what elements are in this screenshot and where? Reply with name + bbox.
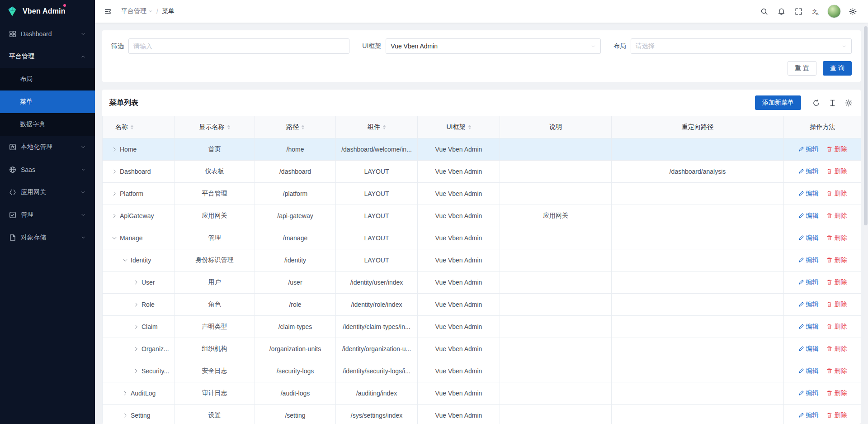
table-row[interactable]: Security... 安全日志 /security-logs /identit…: [103, 360, 861, 382]
sidebar-item-gateway[interactable]: 应用网关: [0, 181, 95, 204]
delete-button[interactable]: 删除: [826, 411, 847, 419]
table-row[interactable]: Platform 平台管理 /platform LAYOUT Vue Vben …: [103, 183, 861, 205]
edit-button[interactable]: 编辑: [798, 411, 819, 419]
edit-button[interactable]: 编辑: [798, 389, 819, 397]
edit-button[interactable]: 编辑: [798, 234, 819, 242]
sort-desc-icon[interactable]: [302, 128, 304, 129]
breadcrumb-item-platform[interactable]: 平台管理: [121, 7, 153, 15]
table-row[interactable]: Setting 设置 /setting /sys/settings/index …: [103, 405, 861, 424]
sort-desc-icon[interactable]: [131, 128, 133, 129]
expand-icon[interactable]: [123, 257, 128, 263]
delete-button[interactable]: 删除: [826, 234, 847, 242]
reset-button[interactable]: 重 置: [788, 61, 816, 76]
sort-icons[interactable]: [227, 125, 230, 129]
expand-icon[interactable]: [112, 235, 117, 241]
sort-asc-icon[interactable]: [131, 125, 133, 127]
delete-button[interactable]: 删除: [826, 278, 847, 286]
edit-button[interactable]: 编辑: [798, 300, 819, 309]
table-row[interactable]: Organiz... 组织机构 /organization-units /ide…: [103, 338, 861, 360]
table-row[interactable]: User 用户 /user /identity/user/index Vue V…: [103, 272, 861, 294]
sort-desc-icon[interactable]: [468, 128, 471, 129]
sidebar-collapse-button[interactable]: [100, 4, 115, 19]
expand-icon[interactable]: [112, 213, 117, 219]
sort-icons[interactable]: [468, 125, 471, 129]
sidebar-subitem[interactable]: 数据字典: [0, 113, 95, 136]
sort-icons[interactable]: [302, 125, 304, 129]
edit-button[interactable]: 编辑: [798, 278, 819, 286]
fullscreen-icon[interactable]: [791, 4, 806, 19]
expand-icon[interactable]: [133, 302, 139, 307]
edit-button[interactable]: 编辑: [798, 345, 819, 353]
column-header[interactable]: 名称: [103, 116, 175, 138]
sort-asc-icon[interactable]: [468, 125, 471, 127]
table-row[interactable]: Manage 管理 /manage LAYOUT Vue Vben Admin …: [103, 227, 861, 249]
sidebar-item-platform[interactable]: 平台管理: [0, 45, 95, 68]
expand-icon[interactable]: [123, 413, 128, 418]
column-header[interactable]: 路径: [255, 116, 336, 138]
sidebar-item-manage[interactable]: 管理: [0, 204, 95, 226]
table-row[interactable]: Home 首页 /home /dashboard/welcome/in... V…: [103, 138, 861, 161]
table-row[interactable]: Claim 声明类型 /claim-types /identity/claim-…: [103, 316, 861, 338]
expand-icon[interactable]: [133, 280, 139, 285]
expand-icon[interactable]: [133, 368, 139, 374]
edit-button[interactable]: 编辑: [798, 256, 819, 264]
search-icon[interactable]: [757, 4, 771, 19]
delete-button[interactable]: 删除: [826, 323, 847, 331]
delete-button[interactable]: 删除: [826, 389, 847, 397]
translate-icon[interactable]: 文A: [808, 4, 823, 19]
refresh-icon[interactable]: [811, 98, 821, 108]
notification-icon[interactable]: [774, 4, 788, 19]
column-header[interactable]: 操作方法: [784, 116, 861, 138]
column-header[interactable]: 说明: [500, 116, 612, 138]
user-avatar[interactable]: [827, 5, 841, 18]
table-row[interactable]: ApiGateway 应用网关 /api-gateway LAYOUT Vue …: [103, 205, 861, 227]
column-header[interactable]: 重定向路径: [612, 116, 784, 138]
edit-button[interactable]: 编辑: [798, 190, 819, 198]
expand-icon[interactable]: [112, 191, 117, 196]
settings-gear-icon[interactable]: [845, 4, 860, 19]
table-row[interactable]: AuditLog 审计日志 /audit-logs /auditing/inde…: [103, 382, 861, 405]
sort-desc-icon[interactable]: [227, 128, 230, 129]
sort-desc-icon[interactable]: [383, 128, 386, 129]
expand-icon[interactable]: [112, 147, 117, 152]
expand-icon[interactable]: [133, 346, 139, 352]
delete-button[interactable]: 删除: [826, 190, 847, 198]
filter-keyword-input[interactable]: [128, 38, 349, 54]
sort-asc-icon[interactable]: [302, 125, 304, 127]
filter-layout-select[interactable]: 请选择: [631, 38, 852, 54]
delete-button[interactable]: 删除: [826, 167, 847, 176]
delete-button[interactable]: 删除: [826, 212, 847, 220]
sort-asc-icon[interactable]: [227, 125, 230, 127]
delete-button[interactable]: 删除: [826, 256, 847, 264]
edit-button[interactable]: 编辑: [798, 145, 819, 153]
scrollbar-thumb[interactable]: [864, 26, 868, 225]
sidebar-subitem[interactable]: 布局: [0, 68, 95, 91]
delete-button[interactable]: 删除: [826, 145, 847, 153]
expand-icon[interactable]: [123, 391, 128, 396]
table-row[interactable]: Dashboard 仪表板 /dashboard LAYOUT Vue Vben…: [103, 161, 861, 183]
sidebar-item-saas[interactable]: Saas: [0, 158, 95, 181]
table-row[interactable]: Identity 身份标识管理 /identity LAYOUT Vue Vbe…: [103, 249, 861, 272]
sidebar-subitem[interactable]: 菜单: [0, 91, 95, 113]
row-height-icon[interactable]: [828, 98, 837, 108]
search-button[interactable]: 查 询: [823, 61, 852, 76]
column-header[interactable]: 组件: [336, 116, 418, 138]
edit-button[interactable]: 编辑: [798, 367, 819, 375]
app-logo[interactable]: Vben Admin: [0, 0, 95, 23]
expand-icon[interactable]: [112, 169, 117, 174]
sort-icons[interactable]: [383, 125, 386, 129]
delete-button[interactable]: 删除: [826, 345, 847, 353]
add-menu-button[interactable]: 添加新菜单: [755, 95, 801, 110]
column-header[interactable]: UI框架: [418, 116, 500, 138]
edit-button[interactable]: 编辑: [798, 167, 819, 176]
delete-button[interactable]: 删除: [826, 367, 847, 375]
edit-button[interactable]: 编辑: [798, 323, 819, 331]
sidebar-item-dashboard[interactable]: Dashboard: [0, 23, 95, 45]
column-header[interactable]: 显示名称: [175, 116, 255, 138]
sort-asc-icon[interactable]: [383, 125, 386, 127]
expand-icon[interactable]: [133, 324, 139, 329]
filter-framework-select[interactable]: Vue Vben Admin: [386, 38, 600, 54]
sidebar-item-storage[interactable]: 对象存储: [0, 226, 95, 249]
column-settings-icon[interactable]: [844, 98, 854, 108]
sidebar-item-localization[interactable]: 本地化管理: [0, 136, 95, 158]
